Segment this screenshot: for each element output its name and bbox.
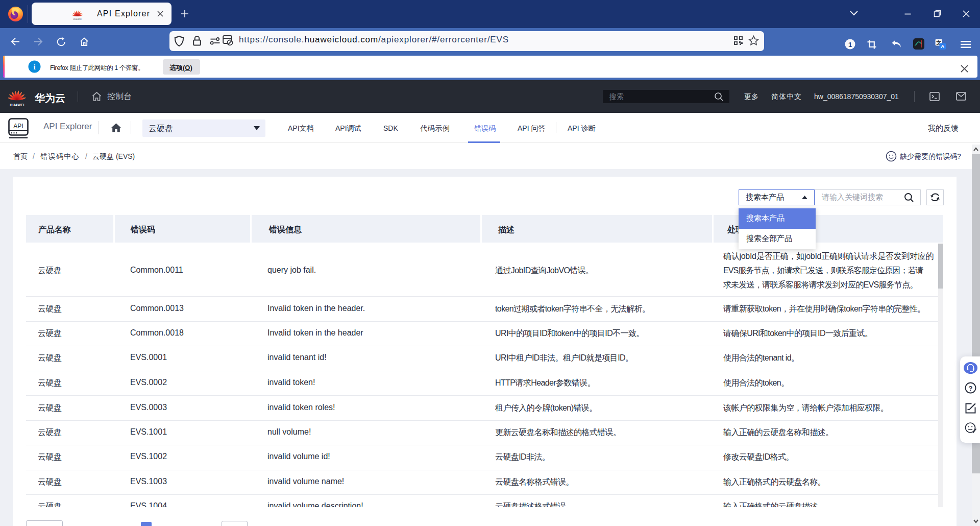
svg-text:i: i [33,63,35,71]
svg-text:HUAWEI: HUAWEI [10,103,24,107]
svg-text:?: ? [969,385,973,392]
svg-text:HUAWEI: HUAWEI [73,18,82,20]
svg-text:API: API [13,123,23,130]
